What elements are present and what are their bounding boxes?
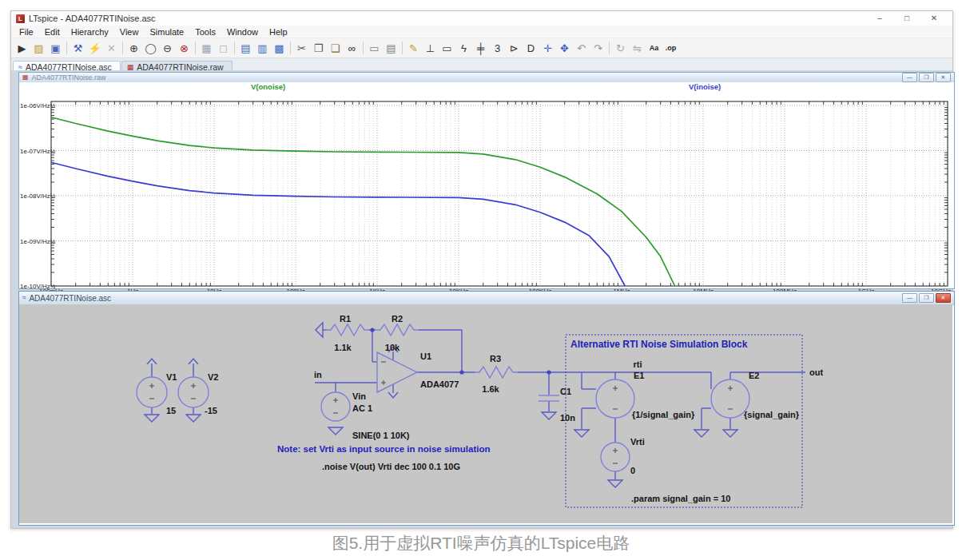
label-r2: R2 xyxy=(392,314,403,324)
net-label-rti: rti xyxy=(634,359,642,369)
diode-icon[interactable]: ⊳ xyxy=(506,40,523,56)
cascade-icon[interactable]: ▩ xyxy=(271,40,288,56)
value-e2: {signal_gain} xyxy=(744,410,800,419)
autorange-icon[interactable]: ▦ xyxy=(198,40,215,56)
run-icon[interactable]: ⚡ xyxy=(86,40,103,56)
mirror-icon[interactable]: ⇋ xyxy=(629,40,646,56)
drag-icon[interactable]: ✥ xyxy=(556,40,573,56)
plot_window-restore-button[interactable]: ❐ xyxy=(919,73,934,82)
menu-hierarchy[interactable]: Hierarchy xyxy=(66,27,114,37)
value-v1: 15 xyxy=(166,406,176,415)
schematic-file-icon: ≈ xyxy=(22,295,26,301)
plot_window-minimize-button[interactable]: — xyxy=(902,73,917,82)
waveform-window: ▦ ADA4077RTINoise.raw —❐✕ V(onoise) V(in… xyxy=(18,72,955,289)
zoom-in-icon[interactable]: ⊕ xyxy=(125,40,142,56)
control-panel-icon[interactable]: ⚒ xyxy=(70,40,86,56)
schematic-close-button[interactable]: ✕ xyxy=(936,293,951,303)
ltspice-logo-icon: L xyxy=(16,14,25,23)
spice-directive-icon[interactable]: .op xyxy=(662,40,679,56)
label-u1: U1 xyxy=(420,351,431,361)
redo-icon[interactable]: ↷ xyxy=(590,40,606,56)
y-tick-label: 1e-07V/Hz½ xyxy=(20,148,56,155)
schematic-minimize-button[interactable]: — xyxy=(902,293,917,303)
component-icon[interactable]: D xyxy=(523,40,539,56)
toolbar-separator xyxy=(234,42,235,54)
tile-horizontal-icon[interactable]: ▤ xyxy=(237,40,254,56)
save-icon[interactable]: ▣ xyxy=(47,40,64,56)
cut-icon[interactable]: ✂ xyxy=(293,40,310,56)
label-vin: Vin xyxy=(352,391,366,401)
zoom-out-icon[interactable]: ⊖ xyxy=(159,40,176,56)
schematic-canvas[interactable]: R11.1kR210kR31.6kC110nU1ADA4077V115V2-15… xyxy=(19,304,952,523)
value-v2: -15 xyxy=(205,406,217,415)
zoom-fit-icon[interactable]: ⊗ xyxy=(176,40,193,56)
open-icon[interactable]: ▨ xyxy=(30,40,47,56)
zoom-back-icon[interactable]: ◯ xyxy=(142,40,159,56)
trace-V(onoise)[interactable] xyxy=(51,117,675,286)
label-v2: V2 xyxy=(208,372,218,382)
schematic-window-title: ADA4077RTINoise.asc xyxy=(29,294,111,303)
toolbar-separator xyxy=(290,42,291,54)
figure-caption: 图5.用于虚拟RTI噪声仿真的LTspice电路 xyxy=(0,532,962,554)
label-e2: E2 xyxy=(749,371,759,380)
paste-icon[interactable]: ❏ xyxy=(327,40,344,56)
label-v1: V1 xyxy=(166,372,177,382)
resistor-icon[interactable]: ϟ xyxy=(455,40,472,56)
noise-plot[interactable]: 100mHz1Hz10Hz100Hz1KHz10KHz100KHz1MHz10M… xyxy=(19,92,952,296)
menu-edit[interactable]: Edit xyxy=(39,27,66,37)
toolbar-separator xyxy=(609,42,610,54)
value-r1: 1.1k xyxy=(334,343,352,352)
inductor-icon[interactable]: 3 xyxy=(489,40,506,56)
value-vin-sine: SINE(0 1 10K) xyxy=(352,431,410,440)
plot-pane[interactable]: V(onoise) V(inoise) 100mHz1Hz10Hz100Hz1K… xyxy=(19,82,954,288)
minimize-button[interactable]: – xyxy=(866,11,893,26)
text-icon[interactable]: Aa xyxy=(646,40,662,56)
note-text: Note: set Vrti as input source in noise … xyxy=(277,444,490,454)
menu-file[interactable]: File xyxy=(14,27,39,37)
rotate-icon[interactable]: ↻ xyxy=(612,40,629,56)
close-button[interactable]: ✕ xyxy=(920,11,948,26)
label-icon[interactable]: ▭ xyxy=(439,40,455,56)
print-preview-icon[interactable]: ▭ xyxy=(366,40,383,56)
y-tick-label: 1e-06V/Hz½ xyxy=(20,102,56,109)
junction-dot xyxy=(370,328,374,332)
y-tick-label: 1e-09V/Hz½ xyxy=(20,238,56,245)
menubar: FileEditHierarchyViewSimulateToolsWindow… xyxy=(11,26,952,38)
wire-icon[interactable]: ✎ xyxy=(405,40,422,56)
trace-label-onoise[interactable]: V(onoise) xyxy=(251,82,285,91)
menu-help[interactable]: Help xyxy=(264,27,293,37)
value-c1: 10n xyxy=(560,413,575,423)
halt-icon[interactable]: ✕ xyxy=(103,40,120,56)
trace-label-inoise[interactable]: V(inoise) xyxy=(689,82,721,91)
move-icon[interactable]: ✛ xyxy=(539,40,556,56)
menu-simulate[interactable]: Simulate xyxy=(144,27,189,37)
trace-V(inoise)[interactable] xyxy=(51,162,625,286)
window-title: LTspice - ADA4077RTINoise.asc xyxy=(29,14,156,23)
toolbar-separator xyxy=(195,42,196,54)
menu-view[interactable]: View xyxy=(114,27,145,37)
value-e1: {1/signal_gain} xyxy=(632,410,695,419)
y-tick-label: 1e-08V/Hz½ xyxy=(20,193,56,200)
schematic-window-titlebar[interactable]: ≈ ADA4077RTINoise.asc —❐✕ xyxy=(19,292,954,305)
ground-icon[interactable]: ⊥ xyxy=(422,40,439,56)
toolbar-separator xyxy=(402,42,403,54)
find-icon[interactable]: ∞ xyxy=(344,40,360,56)
menu-tools[interactable]: Tools xyxy=(189,27,221,37)
copy-icon[interactable]: ❐ xyxy=(310,40,327,56)
schematic-restore-button[interactable]: ❐ xyxy=(919,293,934,303)
junction-dot xyxy=(459,370,463,374)
plot_window-close-button[interactable]: ✕ xyxy=(936,73,951,82)
capacitor-icon[interactable]: ╪ xyxy=(472,40,489,56)
waveform-file-icon: ▦ xyxy=(22,74,29,81)
tile-vertical-icon[interactable]: ▥ xyxy=(254,40,271,56)
toolbar-separator xyxy=(363,42,364,54)
undo-icon[interactable]: ↶ xyxy=(573,40,590,56)
titlebar[interactable]: L LTspice - ADA4077RTINoise.asc –□✕ xyxy=(11,11,952,26)
plot-settings-icon[interactable]: ◻ xyxy=(215,40,232,56)
new-schematic-icon[interactable]: ▶ xyxy=(14,40,30,56)
print-icon[interactable]: ▤ xyxy=(383,40,400,56)
menu-window[interactable]: Window xyxy=(221,27,264,37)
trace-labels: V(onoise) V(inoise) xyxy=(19,82,954,92)
toolbar: ▶▨▣⚒⚡✕⊕◯⊖⊗▦◻▤▥▩✂❐❏∞▭▤✎⊥▭ϟ╪3⊳D✛✥↶↷↻⇋Aa.op xyxy=(11,38,952,58)
maximize-button[interactable]: □ xyxy=(893,11,920,26)
